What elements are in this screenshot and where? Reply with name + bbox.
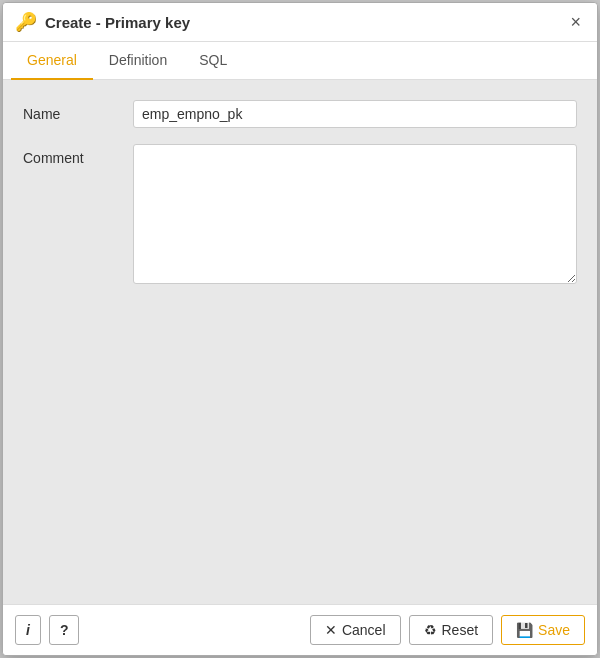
key-icon: 🔑 bbox=[15, 11, 37, 33]
name-label: Name bbox=[23, 100, 133, 122]
save-icon: 💾 bbox=[516, 622, 533, 638]
dialog-footer: i ? ✕ Cancel ♻ Reset 💾 Save bbox=[3, 604, 597, 655]
tab-general[interactable]: General bbox=[11, 42, 93, 80]
help-button[interactable]: ? bbox=[49, 615, 80, 645]
cancel-button[interactable]: ✕ Cancel bbox=[310, 615, 401, 645]
dialog: 🔑 Create - Primary key × General Definit… bbox=[2, 2, 598, 656]
dialog-title: Create - Primary key bbox=[45, 14, 190, 31]
form-area: Name Comment bbox=[23, 100, 577, 287]
info-button[interactable]: i bbox=[15, 615, 41, 645]
dialog-body: Name Comment bbox=[3, 80, 597, 604]
comment-control bbox=[133, 144, 577, 287]
name-input[interactable] bbox=[133, 100, 577, 128]
cancel-icon: ✕ bbox=[325, 622, 337, 638]
tabs-bar: General Definition SQL bbox=[3, 42, 597, 80]
comment-row: Comment bbox=[23, 144, 577, 287]
save-label: Save bbox=[538, 622, 570, 638]
dialog-header: 🔑 Create - Primary key × bbox=[3, 3, 597, 42]
reset-label: Reset bbox=[442, 622, 479, 638]
footer-left: i ? bbox=[15, 615, 79, 645]
reset-button[interactable]: ♻ Reset bbox=[409, 615, 494, 645]
tab-sql[interactable]: SQL bbox=[183, 42, 243, 80]
dialog-title-area: 🔑 Create - Primary key bbox=[15, 11, 190, 33]
reset-icon: ♻ bbox=[424, 622, 437, 638]
cancel-label: Cancel bbox=[342, 622, 386, 638]
footer-right: ✕ Cancel ♻ Reset 💾 Save bbox=[310, 615, 585, 645]
comment-textarea[interactable] bbox=[133, 144, 577, 284]
comment-label: Comment bbox=[23, 144, 133, 166]
name-control bbox=[133, 100, 577, 128]
tab-definition[interactable]: Definition bbox=[93, 42, 183, 80]
name-row: Name bbox=[23, 100, 577, 128]
save-button[interactable]: 💾 Save bbox=[501, 615, 585, 645]
close-button[interactable]: × bbox=[566, 11, 585, 33]
